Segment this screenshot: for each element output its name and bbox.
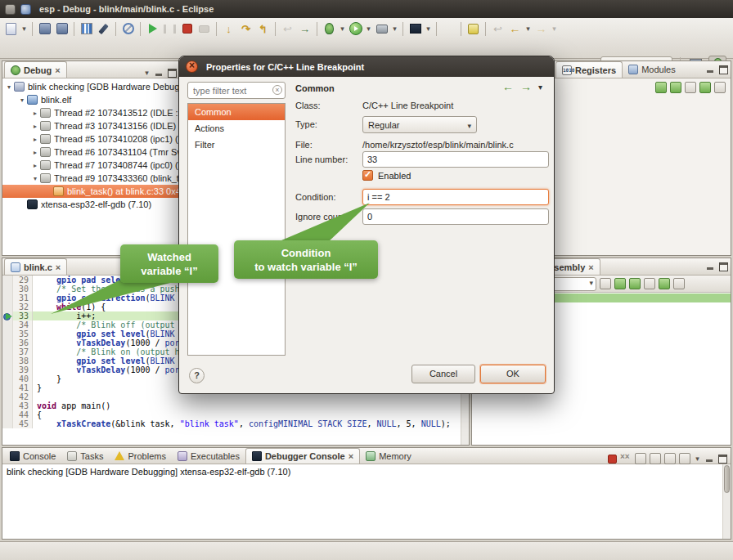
enabled-checkbox-row[interactable]: Enabled	[362, 170, 411, 181]
breakpoint-margin[interactable]	[2, 383, 13, 392]
flashlight-icon[interactable]	[96, 20, 111, 37]
run-dropdown-icon[interactable]	[365, 20, 372, 37]
tree-item[interactable]: ▸ Thread #3 1073413156 (IDLE) (Susp	[2, 119, 179, 132]
ignore-count-input[interactable]	[362, 208, 549, 225]
skip-all-breakpoints-icon[interactable]	[120, 20, 136, 37]
window-menu-icon[interactable]	[5, 4, 16, 15]
expander-icon[interactable]: ▸	[30, 123, 40, 130]
display-selected-console-icon[interactable]	[679, 453, 690, 464]
registers-tool-icon[interactable]	[655, 82, 667, 93]
minimize-icon[interactable]	[705, 65, 715, 74]
registers-tool-icon[interactable]	[699, 82, 711, 93]
nav-item-filter[interactable]: Filter	[188, 137, 285, 153]
tree-item[interactable]: xtensa-esp32-elf-gdb (7.10)	[2, 198, 179, 211]
breakpoint-margin[interactable]	[2, 401, 13, 410]
minimize-icon[interactable]	[154, 68, 164, 78]
tab-memory[interactable]: Memory	[360, 448, 417, 464]
tree-item[interactable]: ▾ Thread #9 1073433360 (blink_task	[2, 172, 179, 185]
disassembly-tool-icon[interactable]	[629, 278, 641, 289]
maximize-icon[interactable]	[717, 454, 727, 464]
tree-item[interactable]: ▸ Thread #6 1073431104 (Tmr Svc) (S	[2, 146, 179, 159]
tab-console[interactable]: Console	[4, 448, 61, 464]
cancel-button[interactable]: Cancel	[411, 365, 475, 383]
toggle-mark-occurrences-icon[interactable]	[465, 20, 481, 37]
save-icon[interactable]	[37, 20, 52, 37]
search-icon[interactable]	[441, 20, 456, 37]
breakpoint-margin[interactable]	[2, 302, 13, 311]
debug-dropdown-icon[interactable]	[339, 20, 346, 37]
pin-console-icon[interactable]	[664, 453, 676, 464]
step-into-icon[interactable]	[221, 20, 236, 37]
disassembly-tool-icon[interactable]	[614, 278, 626, 289]
tab-blink-c[interactable]: blink.c	[4, 258, 67, 275]
forward-icon[interactable]	[533, 20, 549, 37]
new-dropdown-icon[interactable]	[20, 20, 28, 37]
save-all-icon[interactable]	[54, 20, 70, 37]
back-icon[interactable]	[502, 80, 514, 93]
line-number-input[interactable]	[362, 151, 549, 168]
breakpoint-margin[interactable]	[2, 293, 13, 302]
help-button[interactable]	[189, 368, 205, 383]
scroll-lock-icon[interactable]	[650, 453, 661, 464]
breakpoint-margin[interactable]	[2, 374, 13, 383]
breakpoint-margin[interactable]	[2, 329, 13, 338]
expander-icon[interactable]: ▸	[30, 136, 40, 143]
disassembly-line[interactable]: 400dbc42: call8 0x400dc6c0 <gpio_set_lev…	[472, 419, 731, 428]
external-tools-icon[interactable]	[374, 20, 389, 37]
expander-icon[interactable]: ▸	[30, 110, 40, 117]
drop-to-frame-icon[interactable]	[280, 20, 295, 37]
close-icon[interactable]	[349, 451, 353, 461]
expander-icon[interactable]: ▾	[4, 83, 14, 91]
filter-input[interactable]	[187, 82, 286, 99]
expander-icon[interactable]: ▾	[17, 96, 27, 104]
terminate-console-icon[interactable]	[608, 455, 617, 464]
type-dropdown[interactable]: Regular	[362, 116, 477, 133]
terminate-icon[interactable]	[179, 20, 195, 37]
tab-problems[interactable]: Problems	[109, 448, 171, 464]
condition-input[interactable]	[362, 189, 549, 205]
disassembly-line[interactable]: 400dbc40: movi.n a10, 4	[472, 410, 731, 419]
step-return-icon[interactable]	[255, 20, 271, 37]
breakpoint-margin[interactable]	[2, 392, 13, 401]
breakpoint-margin[interactable]	[2, 356, 13, 365]
remove-launches-icon[interactable]	[620, 453, 632, 464]
open-console-icon[interactable]	[407, 20, 423, 37]
breakpoint-margin[interactable]	[2, 347, 13, 356]
breakpoint-margin[interactable]	[2, 419, 13, 428]
external-tools-dropdown-icon[interactable]	[391, 20, 398, 37]
tab-tasks[interactable]: Tasks	[61, 448, 109, 464]
nav-item-actions[interactable]: Actions	[188, 120, 285, 137]
breakpoint-margin[interactable]	[2, 284, 13, 293]
disassembly-line[interactable]: 39 vTaskDelay(1000 / portTICK_PERI	[472, 428, 731, 437]
console-scrollbar[interactable]	[722, 464, 731, 539]
registers-tool-icon[interactable]	[670, 82, 681, 93]
registers-tool-icon[interactable]	[714, 82, 726, 93]
step-over-icon[interactable]	[238, 20, 254, 37]
dialog-close-icon[interactable]	[186, 60, 198, 73]
last-edit-location-icon[interactable]	[490, 20, 506, 37]
breakpoint-margin[interactable]	[2, 276, 13, 284]
maximize-icon[interactable]	[167, 68, 177, 78]
expander-icon[interactable]: ▸	[30, 162, 40, 169]
disassembly-tool-icon[interactable]	[644, 278, 655, 289]
code-line[interactable]: 44 {	[2, 410, 469, 419]
tree-item[interactable]: ▾ blink.elf	[2, 93, 179, 106]
breakpoint-margin[interactable]	[2, 320, 13, 329]
breakpoint-margin[interactable]	[2, 365, 13, 374]
expander-icon[interactable]: ▾	[30, 175, 40, 182]
tree-item[interactable]: ▸ Thread #7 1073408744 (ipc0) (Susp	[2, 159, 179, 172]
disconnect-icon[interactable]	[196, 20, 212, 37]
debug-launch-icon[interactable]	[322, 20, 337, 37]
expander-icon[interactable]: ▸	[30, 149, 40, 156]
disassembly-tool-icon[interactable]	[673, 278, 685, 289]
instruction-stepping-icon[interactable]	[297, 20, 313, 37]
tree-item[interactable]: blink_task() at blink.c:33 0x400db	[2, 185, 179, 198]
back-dropdown-icon[interactable]	[524, 20, 532, 37]
console-output[interactable]: blink checking [GDB Hardware Debugging] …	[2, 464, 731, 539]
tab-debugger-console[interactable]: Debugger Console	[245, 448, 360, 464]
open-console-dropdown-icon[interactable]	[425, 20, 432, 37]
scrollbar-thumb[interactable]	[724, 465, 730, 493]
disassembly-tool-icon[interactable]	[600, 278, 611, 289]
maximize-icon[interactable]	[718, 65, 728, 74]
clear-filter-icon[interactable]	[272, 85, 282, 95]
